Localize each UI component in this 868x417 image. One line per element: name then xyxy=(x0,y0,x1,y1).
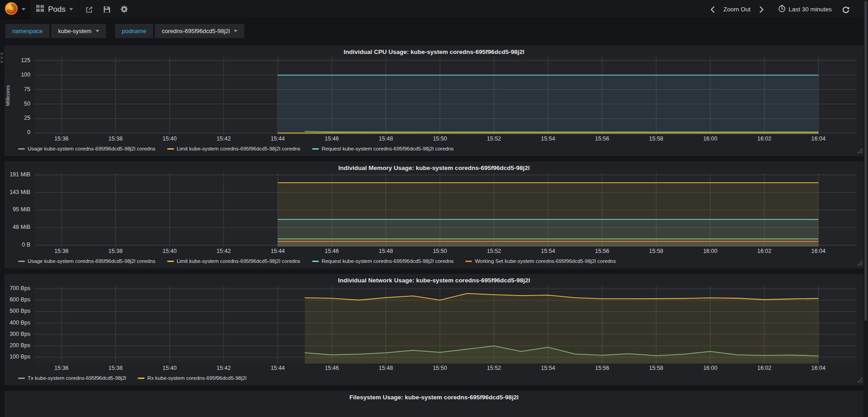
x-tick-label: 16:02 xyxy=(757,365,771,371)
legend-label: Usage kube-system coredns-695f96dcd5-98j… xyxy=(28,146,155,151)
x-tick-label: 16:04 xyxy=(811,136,825,142)
x-tick-label: 15:42 xyxy=(217,248,231,254)
x-tick-label: 15:56 xyxy=(595,136,609,142)
y-tick-label: 50 xyxy=(24,101,30,107)
x-tick-label: 16:00 xyxy=(703,248,717,254)
x-tick-label: 15:38 xyxy=(108,365,122,371)
y-tick-label: 200 Bps xyxy=(10,342,30,349)
chevron-down-icon xyxy=(96,30,99,32)
x-tick-label: 16:00 xyxy=(703,136,717,142)
y-tick-label: 400 Bps xyxy=(10,320,30,326)
y-tick-label: 500 Bps xyxy=(10,308,30,314)
scrollbar-thumb[interactable] xyxy=(864,1,867,321)
legend-item[interactable]: Request kube-system coredns-695f96dcd5-9… xyxy=(312,258,454,264)
x-tick-label: 15:44 xyxy=(270,248,285,254)
chart-canvas[interactable] xyxy=(34,173,856,247)
legend-swatch xyxy=(18,261,25,262)
legend-item[interactable]: Working Set kube-system coredns-695f96dc… xyxy=(465,258,616,264)
time-range-button[interactable]: Last 30 minutes xyxy=(775,5,835,14)
top-navbar: Pods xyxy=(0,0,868,19)
dashboard-picker[interactable]: Pods xyxy=(30,0,79,19)
y-tick-label: 25 xyxy=(24,115,30,121)
page-scrollbar[interactable] xyxy=(863,0,868,417)
panel-title[interactable]: Individual Network Usage: kube-system co… xyxy=(5,274,863,286)
x-tick-label: 15:54 xyxy=(541,136,555,142)
x-tick-label: 15:36 xyxy=(54,365,68,371)
row-drag-handle[interactable] xyxy=(0,53,4,65)
chart-canvas[interactable] xyxy=(34,57,856,134)
x-axis-ticks: 15:3615:3815:4015:4215:4415:4615:4815:50… xyxy=(34,364,856,373)
y-tick-label: 0 xyxy=(27,129,30,136)
x-tick-label: 15:36 xyxy=(54,136,68,142)
cpu-chart-legend: Usage kube-system coredns-695f96dcd5-98j… xyxy=(5,144,863,156)
legend-swatch xyxy=(167,261,174,262)
y-tick-label: 125 xyxy=(21,57,30,63)
legend-item[interactable]: Limit kube-system coredns-695f96dcd5-98j… xyxy=(167,258,300,264)
zoom-out-button[interactable]: Zoom Out xyxy=(720,6,754,13)
variable-value-podname[interactable]: coredns-695f96dcd5-98j2l xyxy=(155,24,244,38)
time-forward-button[interactable] xyxy=(756,6,767,13)
share-button[interactable] xyxy=(81,0,98,19)
legend-label: Rx kube-system coredns-695f96dcd5-98j2l xyxy=(147,375,246,381)
y-tick-label: 100 Bps xyxy=(10,354,30,360)
x-axis-ticks: 15:3615:3815:4015:4215:4415:4615:4815:50… xyxy=(34,134,856,144)
x-tick-label: 15:48 xyxy=(379,248,393,254)
x-tick-label: 15:46 xyxy=(325,365,339,371)
y-tick-label: 0 B xyxy=(22,242,30,248)
legend-item[interactable]: Request kube-system coredns-695f96dcd5-9… xyxy=(312,146,454,151)
chevron-down-icon xyxy=(234,30,237,32)
x-tick-label: 15:36 xyxy=(54,248,68,254)
variable-label-namespace: namespace xyxy=(5,24,49,38)
panel-title[interactable]: Filesystem Usage: kube-system coredns-69… xyxy=(5,391,863,402)
legend-item[interactable]: Tx kube-system coredns-695f96dcd5-98j2l xyxy=(18,375,126,381)
chevron-down-icon xyxy=(69,8,73,10)
x-tick-label: 15:42 xyxy=(217,365,231,371)
x-tick-label: 15:38 xyxy=(108,248,122,254)
dashboard-grid-icon xyxy=(36,5,44,14)
grafana-menu-button[interactable] xyxy=(0,0,30,19)
panel-resize-grip[interactable] xyxy=(857,376,863,384)
x-tick-label: 15:52 xyxy=(487,136,501,142)
variable-label-podname: podname xyxy=(115,24,153,38)
panel-filesystem-usage: Filesystem Usage: kube-system coredns-69… xyxy=(5,391,863,417)
x-tick-label: 15:40 xyxy=(163,365,177,371)
chart-canvas[interactable] xyxy=(34,286,856,364)
legend-label: Limit kube-system coredns-695f96dcd5-98j… xyxy=(177,146,300,151)
panel-individual-network-usage: Individual Network Usage: kube-system co… xyxy=(5,274,863,385)
x-tick-label: 15:50 xyxy=(433,136,447,142)
y-tick-label: 100 xyxy=(21,72,30,78)
x-tick-label: 15:50 xyxy=(433,365,447,371)
memory-chart-legend: Usage kube-system coredns-695f96dcd5-98j… xyxy=(5,257,863,268)
panel-title[interactable]: Individual Memory Usage: kube-system cor… xyxy=(5,161,863,173)
cpu-chart-plot-area[interactable] xyxy=(34,57,856,134)
refresh-icon[interactable] xyxy=(837,0,854,19)
x-tick-label: 15:58 xyxy=(649,136,663,142)
legend-item[interactable]: Usage kube-system coredns-695f96dcd5-98j… xyxy=(18,258,155,264)
network-chart-plot-area[interactable] xyxy=(34,286,856,364)
legend-swatch xyxy=(312,261,319,262)
time-back-button[interactable] xyxy=(707,6,718,13)
x-tick-label: 16:02 xyxy=(757,136,771,142)
time-range-label: Last 30 minutes xyxy=(789,6,832,13)
panel-title[interactable]: Individual CPU Usage: kube-system coredn… xyxy=(5,45,863,57)
variable-value-namespace[interactable]: kube-system xyxy=(51,24,106,38)
save-button[interactable] xyxy=(98,0,116,19)
legend-item[interactable]: Usage kube-system coredns-695f96dcd5-98j… xyxy=(18,146,155,151)
x-tick-label: 16:02 xyxy=(757,248,771,254)
y-axis-label: Millicores xyxy=(5,57,12,134)
x-tick-label: 15:58 xyxy=(649,248,663,254)
panel-resize-grip[interactable] xyxy=(857,147,863,155)
memory-chart-plot-area[interactable] xyxy=(34,173,856,247)
legend-item[interactable]: Rx kube-system coredns-695f96dcd5-98j2l xyxy=(138,375,246,381)
y-tick-label: 143 MiB xyxy=(10,189,30,195)
x-tick-label: 15:50 xyxy=(433,248,447,254)
x-tick-label: 15:38 xyxy=(108,136,122,142)
x-tick-label: 15:48 xyxy=(379,136,393,142)
panel-resize-grip[interactable] xyxy=(857,259,863,267)
y-tick-label: 75 xyxy=(24,86,30,92)
settings-gear-icon[interactable] xyxy=(116,0,133,19)
legend-label: Working Set kube-system coredns-695f96dc… xyxy=(475,258,616,264)
x-tick-label: 15:56 xyxy=(595,248,609,254)
legend-item[interactable]: Limit kube-system coredns-695f96dcd5-98j… xyxy=(167,146,300,151)
x-tick-label: 15:42 xyxy=(217,136,231,142)
